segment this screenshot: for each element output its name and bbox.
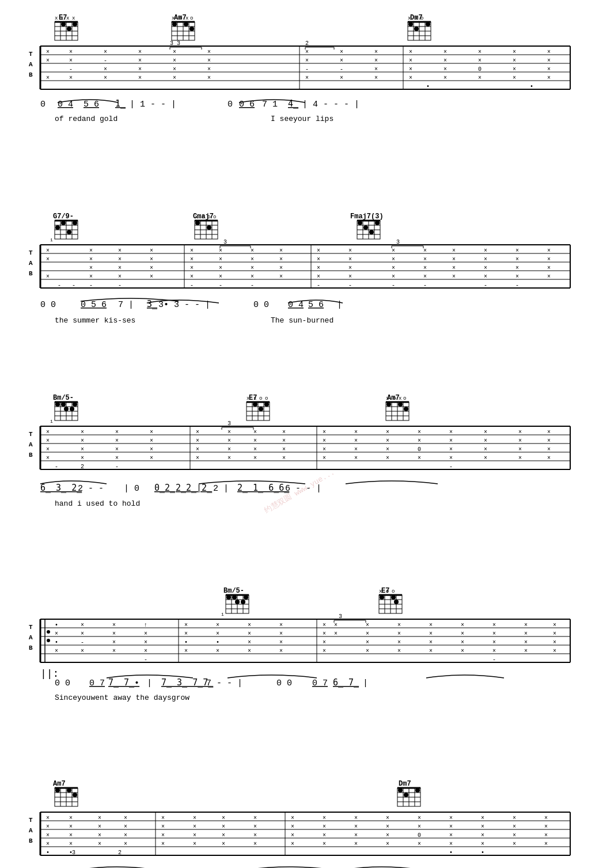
- svg-text:×: ×: [118, 265, 122, 271]
- svg-text:-: -: [219, 282, 222, 289]
- svg-text:×: ×: [354, 446, 358, 453]
- svg-text:×: ×: [248, 631, 251, 637]
- svg-text:×: ×: [513, 815, 516, 821]
- svg-text:×: ×: [150, 274, 153, 280]
- svg-text:×: ×: [547, 455, 551, 461]
- svg-text:×: ×: [196, 446, 199, 453]
- svg-text:×: ×: [46, 274, 50, 280]
- svg-text:×: ×: [69, 841, 73, 847]
- svg-text:×: ×: [228, 438, 231, 444]
- svg-text:×: ×: [69, 815, 73, 821]
- svg-text:×: ×: [386, 429, 389, 435]
- svg-text:x: x: [247, 396, 249, 401]
- svg-point-466: [47, 630, 50, 634]
- svg-text:×: ×: [118, 256, 122, 263]
- svg-text:x: x: [195, 214, 198, 220]
- svg-text:×: ×: [279, 274, 283, 280]
- svg-text:×: ×: [484, 446, 487, 453]
- svg-text:×: ×: [150, 446, 153, 453]
- svg-text:×: ×: [219, 274, 222, 280]
- svg-text:×: ×: [81, 622, 84, 628]
- svg-text:×: ×: [386, 824, 389, 830]
- svg-text:×: ×: [386, 815, 389, 821]
- svg-text:×: ×: [461, 622, 464, 628]
- svg-text:×: ×: [115, 438, 119, 444]
- svg-text:×: ×: [69, 58, 73, 64]
- svg-text:×: ×: [354, 824, 358, 830]
- svg-text:B: B: [29, 645, 33, 651]
- svg-text:×: ×: [115, 455, 119, 461]
- svg-text:×: ×: [515, 256, 519, 263]
- svg-text:×: ×: [418, 455, 421, 461]
- svg-text:Bm/5-: Bm/5-: [53, 394, 74, 402]
- svg-text:×: ×: [216, 622, 219, 628]
- svg-text:↑: ↑: [144, 622, 147, 628]
- svg-text:×: ×: [46, 248, 50, 254]
- svg-text:×: ×: [386, 841, 389, 847]
- svg-text:|: |: [147, 679, 152, 688]
- svg-text:•: •: [55, 622, 58, 628]
- svg-text:|: |: [363, 679, 368, 688]
- svg-text:×: ×: [251, 256, 254, 263]
- svg-text:x: x: [379, 589, 382, 594]
- svg-text:-: -: [251, 282, 254, 289]
- svg-text:6̲  7̲: 6̲ 7̲: [333, 679, 359, 688]
- svg-text:x: x: [386, 396, 389, 401]
- svg-text:×: ×: [69, 75, 73, 81]
- svg-text:×: ×: [253, 429, 257, 435]
- svg-text:×: ×: [478, 58, 482, 64]
- svg-point-439: [235, 600, 240, 604]
- svg-text:7  -  -  |: 7 - - |: [206, 679, 242, 688]
- svg-text:×: ×: [392, 256, 395, 263]
- svg-text:×: ×: [323, 438, 326, 444]
- svg-text:T: T: [29, 431, 33, 438]
- svg-text:6  -  -  |: 6 - - |: [285, 484, 321, 494]
- svg-text:×: ×: [547, 75, 551, 81]
- svg-point-454: [394, 600, 399, 604]
- svg-text:×: ×: [222, 815, 225, 821]
- svg-text:×: ×: [544, 832, 548, 839]
- svg-point-438: [232, 595, 237, 600]
- svg-text:×: ×: [366, 622, 369, 628]
- svg-point-149: [73, 221, 77, 225]
- svg-point-297: [61, 402, 66, 407]
- svg-text:×: ×: [354, 455, 358, 461]
- svg-text:×: ×: [69, 824, 73, 830]
- svg-text:×: ×: [513, 66, 516, 73]
- svg-text:0  0: 0 0: [40, 300, 56, 310]
- svg-text:×: ×: [161, 815, 165, 821]
- svg-text:×: ×: [190, 265, 194, 271]
- svg-text:the summer  kis-ses: the summer kis-ses: [55, 316, 135, 325]
- svg-text:×: ×: [251, 248, 254, 254]
- svg-text:×: ×: [452, 265, 456, 271]
- svg-text:×: ×: [461, 648, 464, 654]
- svg-text:×: ×: [348, 248, 352, 254]
- svg-text:×: ×: [553, 639, 556, 646]
- svg-text:3   3: 3 3: [170, 40, 180, 47]
- svg-text:×: ×: [161, 824, 165, 830]
- svg-text:×: ×: [513, 75, 516, 81]
- svg-text:×: ×: [484, 438, 487, 444]
- svg-text:0  0: 0 0: [253, 300, 269, 310]
- svg-text:×: ×: [418, 438, 421, 444]
- svg-text:×: ×: [492, 639, 496, 646]
- svg-point-441: [244, 595, 248, 600]
- svg-text:-: -: [81, 639, 84, 646]
- svg-text:×: ×: [305, 49, 309, 55]
- svg-text:×: ×: [112, 639, 116, 646]
- svg-text:| 0: | 0: [124, 484, 139, 494]
- svg-text:-: -: [492, 657, 496, 663]
- svg-text:×: ×: [279, 265, 283, 271]
- svg-text:×: ×: [354, 841, 358, 847]
- svg-point-178: [375, 221, 380, 225]
- svg-text:G7/9-: G7/9-: [53, 213, 74, 221]
- svg-text:×: ×: [518, 429, 522, 435]
- svg-text:×: ×: [46, 256, 50, 263]
- svg-text:7  |: 7 |: [118, 300, 134, 310]
- svg-text:×: ×: [374, 66, 378, 73]
- svg-text:×: ×: [173, 58, 176, 64]
- svg-text:×: ×: [323, 815, 326, 821]
- svg-point-298: [64, 407, 69, 411]
- svg-text:-: -: [423, 282, 427, 289]
- svg-text:×: ×: [98, 815, 101, 821]
